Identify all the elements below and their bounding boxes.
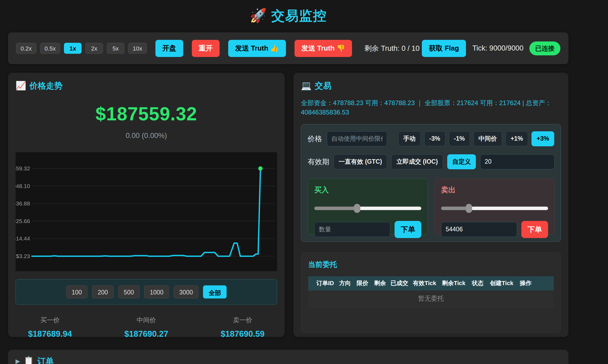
svg-text:536.88: 536.88 — [16, 200, 30, 206]
price-panel: 📈价格走势 $187559.32 0.00 (0.00%) 559.32048.… — [8, 73, 285, 337]
col-status: 状态 — [468, 279, 487, 287]
col-direction: 方向 — [336, 279, 354, 287]
ask-price-label: 卖一价 — [212, 316, 273, 324]
sell-submit-button[interactable]: 下单 — [521, 221, 548, 238]
open-market-button[interactable]: 开盘 — [155, 40, 183, 57]
price-chart-svg: 559.32048.10536.88025.66514.44$3.23 — [16, 152, 277, 271]
price-input[interactable] — [327, 131, 387, 146]
restart-button[interactable]: 重开 — [192, 40, 220, 57]
sell-quantity-slider[interactable] — [441, 204, 548, 213]
col-actions: 操作 — [516, 279, 535, 287]
col-remaining: 剩余 — [371, 279, 389, 287]
mid-price-block: 中间价 $187690.27 — [116, 316, 177, 339]
bid-price-label: 买一价 — [19, 316, 81, 324]
buy-title: 买入 — [314, 185, 421, 195]
col-valid-tick: 有效Tick — [410, 279, 439, 287]
clipboard-icon: 📋 — [24, 356, 34, 364]
range-button-all[interactable]: 全部 — [203, 285, 227, 298]
ask-price-block: 卖一价 $187690.59 — [212, 316, 273, 339]
toolbar-right-group: 获取 Flag Tick: 9000/9000 已连接 — [422, 40, 560, 57]
speed-button-10x[interactable]: 10x — [128, 43, 147, 54]
col-remaining-tick: 剩余Tick — [439, 279, 468, 287]
speed-button-group: 0.2x 0.5x 1x 2x 5x 10x — [16, 43, 147, 54]
connection-status-badge: 已连接 — [529, 41, 560, 55]
chart-range-bar: 100 200 500 1000 3000 全部 — [16, 279, 277, 305]
sell-card: 卖出 下单 — [434, 178, 555, 235]
chart-increasing-icon: 📈 — [16, 81, 26, 90]
svg-text:048.10: 048.10 — [16, 183, 30, 189]
svg-text:514.44: 514.44 — [16, 235, 30, 242]
quote-row: 买一价 $187689.94 中间价 $187690.27 卖一价 $18769… — [16, 316, 277, 339]
toolbar: 0.2x 0.5x 1x 2x 5x 10x 开盘 重开 发送 Truth 👍 … — [8, 32, 568, 64]
svg-text:559.32: 559.32 — [16, 165, 30, 171]
buy-quantity-input[interactable] — [314, 222, 390, 237]
current-orders-card: 当前委托 订单ID 方向 限价 剩余 已成交 有效Tick 剩余Tick 状态 … — [301, 252, 561, 333]
orders-empty-row: 暂无委托 — [308, 290, 554, 307]
range-button-200[interactable]: 200 — [92, 285, 113, 298]
validity-row: 有效期 一直有效 (GTC) 立即成交 (IOC) 自定义 — [308, 154, 554, 169]
price-chart: 559.32048.10536.88025.66514.44$3.23 — [16, 152, 277, 271]
main-content: 📈价格走势 $187559.32 0.00 (0.00%) 559.32048.… — [8, 73, 568, 337]
order-entry-cards: 买入 下单 卖出 — [308, 178, 554, 235]
validity-custom-button[interactable]: 自定义 — [447, 154, 476, 169]
bid-price-value: $187689.94 — [19, 329, 81, 339]
price-label: 价格 — [308, 134, 322, 144]
current-price: $187559.32 — [16, 103, 277, 125]
validity-label: 有效期 — [308, 157, 329, 167]
buy-card-bottom: 下单 — [314, 221, 421, 238]
buy-slider-thumb[interactable] — [354, 204, 360, 213]
account-funds-summary: 全部资金：478788.23 可用：478788.23 ｜ 全部股票：21762… — [301, 98, 561, 117]
ask-price-value: $187690.59 — [212, 329, 273, 339]
get-flag-button[interactable]: 获取 Flag — [422, 40, 466, 57]
send-truth-up-button[interactable]: 发送 Truth 👍 — [228, 40, 286, 57]
page-title: 🚀交易监控 — [8, 0, 568, 25]
trade-panel: 💻交易 全部资金：478788.23 可用：478788.23 ｜ 全部股票：2… — [293, 73, 568, 337]
current-orders-table: 订单ID 方向 限价 剩余 已成交 有效Tick 剩余Tick 状态 创建Tic… — [308, 276, 554, 307]
range-button-3000[interactable]: 3000 — [174, 285, 198, 298]
price-mode-plus3[interactable]: +3% — [531, 131, 554, 146]
price-mode-plus1[interactable]: +1% — [506, 131, 528, 146]
page-title-text: 交易监控 — [271, 8, 327, 23]
mid-price-label: 中间价 — [116, 316, 177, 324]
price-mode-minus1[interactable]: -1% — [449, 131, 470, 146]
validity-gtc-button[interactable]: 一直有效 (GTC) — [334, 154, 387, 169]
price-panel-title: 📈价格走势 — [16, 80, 277, 91]
range-button-500[interactable]: 500 — [118, 285, 140, 298]
sell-slider-thumb[interactable] — [466, 204, 472, 213]
order-log-panel[interactable]: ▶ 📋 订单 — [8, 350, 568, 364]
price-mode-group: 手动 -3% -1% 中间价 +1% +3% — [398, 131, 554, 146]
price-mode-manual[interactable]: 手动 — [398, 131, 421, 146]
buy-submit-button[interactable]: 下单 — [395, 221, 421, 238]
truth-remaining-label: 剩余 Truth: 0 / 10 — [364, 44, 419, 53]
order-log-title: 订单 — [37, 356, 54, 364]
validity-custom-tick-input[interactable] — [480, 154, 555, 169]
buy-card: 买入 下单 — [308, 178, 428, 235]
laptop-icon: 💻 — [301, 81, 312, 90]
send-truth-down-button[interactable]: 发送 Truth 👎 — [295, 40, 352, 57]
tick-counter: Tick: 9000/9000 — [472, 44, 523, 52]
sell-quantity-input[interactable] — [441, 222, 517, 237]
range-button-100[interactable]: 100 — [66, 285, 87, 298]
col-filled: 已成交 — [389, 279, 410, 287]
trade-panel-title: 💻交易 — [301, 80, 561, 91]
price-mode-minus3[interactable]: -3% — [424, 131, 445, 146]
speed-button-0-2x[interactable]: 0.2x — [16, 43, 36, 54]
svg-text:025.66: 025.66 — [16, 218, 30, 224]
col-created-tick: 创建Tick — [487, 279, 516, 287]
price-row: 价格 手动 -3% -1% 中间价 +1% +3% — [308, 131, 554, 146]
speed-button-1x[interactable]: 1x — [64, 43, 82, 54]
svg-text:$3.23: $3.23 — [16, 253, 30, 259]
speed-button-5x[interactable]: 5x — [107, 43, 124, 54]
range-button-1000[interactable]: 1000 — [144, 285, 169, 298]
sell-slider-track — [441, 206, 548, 210]
speed-button-2x[interactable]: 2x — [85, 43, 103, 54]
validity-ioc-button[interactable]: 立即成交 (IOC) — [391, 154, 443, 169]
col-limit-price: 限价 — [354, 279, 372, 287]
col-order-id: 订单ID — [314, 279, 336, 287]
buy-quantity-slider[interactable] — [314, 204, 421, 213]
disclosure-triangle-icon[interactable]: ▶ — [16, 358, 20, 364]
speed-button-0-5x[interactable]: 0.5x — [40, 43, 60, 54]
bid-price-block: 买一价 $187689.94 — [19, 316, 81, 339]
price-mode-mid[interactable]: 中间价 — [473, 131, 502, 146]
current-orders-title: 当前委托 — [308, 260, 554, 269]
